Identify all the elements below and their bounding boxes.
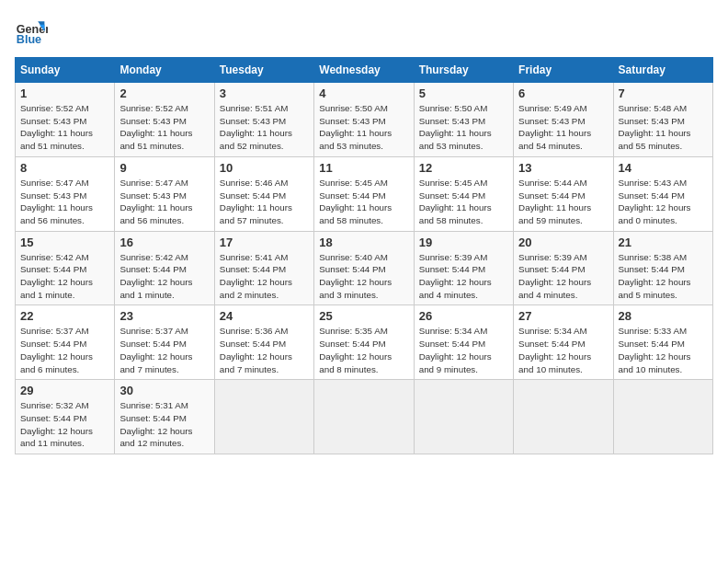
day-info: Sunrise: 5:34 AMSunset: 5:44 PMDaylight:… bbox=[419, 325, 508, 375]
day-info: Sunrise: 5:36 AMSunset: 5:44 PMDaylight:… bbox=[220, 325, 309, 375]
day-number: 17 bbox=[220, 236, 309, 249]
day-info: Sunrise: 5:31 AMSunset: 5:44 PMDaylight:… bbox=[119, 399, 209, 450]
day-info: Sunrise: 5:52 AMSunset: 5:43 PMDaylight:… bbox=[119, 102, 209, 153]
day-info: Sunrise: 5:37 AMSunset: 5:44 PMDaylight:… bbox=[119, 325, 209, 375]
weekday-header-monday: Monday bbox=[115, 58, 214, 83]
day-number: 23 bbox=[119, 309, 209, 323]
page-header: General Blue bbox=[15, 15, 713, 48]
day-info: Sunrise: 5:48 AMSunset: 5:43 PMDaylight:… bbox=[619, 102, 708, 153]
day-info: Sunrise: 5:41 AMSunset: 5:44 PMDaylight:… bbox=[220, 251, 309, 302]
calendar-day-cell: 3 Sunrise: 5:51 AMSunset: 5:43 PMDayligh… bbox=[214, 83, 313, 157]
day-info: Sunrise: 5:45 AMSunset: 5:44 PMDaylight:… bbox=[319, 177, 408, 227]
calendar-week-row: 15 Sunrise: 5:42 AMSunset: 5:44 PMDaylig… bbox=[16, 231, 713, 305]
day-info: Sunrise: 5:46 AMSunset: 5:44 PMDaylight:… bbox=[220, 177, 309, 227]
day-info: Sunrise: 5:39 AMSunset: 5:44 PMDaylight:… bbox=[419, 251, 508, 302]
logo: General Blue bbox=[15, 15, 51, 48]
calendar-week-row: 8 Sunrise: 5:47 AMSunset: 5:43 PMDayligh… bbox=[16, 156, 713, 231]
day-number: 12 bbox=[419, 161, 508, 175]
calendar-day-cell: 17 Sunrise: 5:41 AMSunset: 5:44 PMDaylig… bbox=[214, 231, 313, 305]
weekday-header-wednesday: Wednesday bbox=[314, 58, 414, 83]
day-number: 10 bbox=[220, 161, 309, 175]
day-info: Sunrise: 5:47 AMSunset: 5:43 PMDaylight:… bbox=[20, 177, 109, 227]
calendar-day-cell: 14 Sunrise: 5:43 AMSunset: 5:44 PMDaylig… bbox=[613, 156, 712, 231]
day-info: Sunrise: 5:40 AMSunset: 5:44 PMDaylight:… bbox=[319, 251, 408, 302]
weekday-header-thursday: Thursday bbox=[414, 58, 513, 83]
day-info: Sunrise: 5:51 AMSunset: 5:43 PMDaylight:… bbox=[220, 102, 309, 153]
day-info: Sunrise: 5:44 AMSunset: 5:44 PMDaylight:… bbox=[518, 177, 608, 227]
day-info: Sunrise: 5:42 AMSunset: 5:44 PMDaylight:… bbox=[20, 251, 109, 302]
calendar-day-cell: 27 Sunrise: 5:34 AMSunset: 5:44 PMDaylig… bbox=[514, 305, 613, 380]
day-number: 1 bbox=[20, 86, 109, 100]
calendar-day-cell: 4 Sunrise: 5:50 AMSunset: 5:43 PMDayligh… bbox=[314, 83, 414, 157]
day-number: 2 bbox=[119, 86, 209, 100]
calendar-table: SundayMondayTuesdayWednesdayThursdayFrid… bbox=[15, 57, 713, 454]
day-number: 25 bbox=[319, 309, 408, 323]
day-number: 14 bbox=[619, 161, 708, 175]
calendar-day-cell: 18 Sunrise: 5:40 AMSunset: 5:44 PMDaylig… bbox=[314, 231, 414, 305]
day-info: Sunrise: 5:39 AMSunset: 5:44 PMDaylight:… bbox=[518, 251, 608, 302]
calendar-day-cell: 26 Sunrise: 5:34 AMSunset: 5:44 PMDaylig… bbox=[414, 305, 513, 380]
day-number: 21 bbox=[619, 236, 708, 249]
day-number: 11 bbox=[319, 161, 408, 175]
day-number: 13 bbox=[518, 161, 608, 175]
day-number: 5 bbox=[419, 86, 508, 100]
day-number: 3 bbox=[220, 86, 309, 100]
day-number: 22 bbox=[20, 309, 109, 323]
day-info: Sunrise: 5:38 AMSunset: 5:44 PMDaylight:… bbox=[619, 251, 708, 302]
calendar-day-cell: 22 Sunrise: 5:37 AMSunset: 5:44 PMDaylig… bbox=[16, 305, 115, 380]
calendar-day-cell bbox=[613, 380, 712, 454]
calendar-day-cell: 29 Sunrise: 5:32 AMSunset: 5:44 PMDaylig… bbox=[16, 380, 115, 454]
calendar-day-cell: 1 Sunrise: 5:52 AMSunset: 5:43 PMDayligh… bbox=[16, 83, 115, 157]
day-number: 6 bbox=[518, 86, 608, 100]
day-info: Sunrise: 5:37 AMSunset: 5:44 PMDaylight:… bbox=[20, 325, 109, 375]
calendar-day-cell: 24 Sunrise: 5:36 AMSunset: 5:44 PMDaylig… bbox=[214, 305, 313, 380]
day-number: 8 bbox=[20, 161, 109, 175]
calendar-day-cell bbox=[314, 380, 414, 454]
weekday-header-friday: Friday bbox=[514, 58, 613, 83]
calendar-day-cell: 6 Sunrise: 5:49 AMSunset: 5:43 PMDayligh… bbox=[514, 83, 613, 157]
calendar-day-cell: 20 Sunrise: 5:39 AMSunset: 5:44 PMDaylig… bbox=[514, 231, 613, 305]
day-info: Sunrise: 5:49 AMSunset: 5:43 PMDaylight:… bbox=[518, 102, 608, 153]
calendar-day-cell: 15 Sunrise: 5:42 AMSunset: 5:44 PMDaylig… bbox=[16, 231, 115, 305]
day-number: 27 bbox=[518, 309, 608, 323]
weekday-header-sunday: Sunday bbox=[16, 58, 115, 83]
day-info: Sunrise: 5:35 AMSunset: 5:44 PMDaylight:… bbox=[319, 325, 408, 375]
day-number: 9 bbox=[119, 161, 209, 175]
day-info: Sunrise: 5:32 AMSunset: 5:44 PMDaylight:… bbox=[20, 399, 109, 450]
day-number: 15 bbox=[20, 236, 109, 249]
day-info: Sunrise: 5:47 AMSunset: 5:43 PMDaylight:… bbox=[119, 177, 209, 227]
weekday-header-tuesday: Tuesday bbox=[214, 58, 313, 83]
calendar-day-cell: 8 Sunrise: 5:47 AMSunset: 5:43 PMDayligh… bbox=[16, 156, 115, 231]
day-number: 18 bbox=[319, 236, 408, 249]
day-number: 28 bbox=[619, 309, 708, 323]
calendar-day-cell bbox=[414, 380, 513, 454]
calendar-header-row: SundayMondayTuesdayWednesdayThursdayFrid… bbox=[16, 58, 713, 83]
calendar-day-cell: 21 Sunrise: 5:38 AMSunset: 5:44 PMDaylig… bbox=[613, 231, 712, 305]
weekday-header-saturday: Saturday bbox=[613, 58, 712, 83]
svg-text:Blue: Blue bbox=[17, 33, 41, 46]
day-info: Sunrise: 5:52 AMSunset: 5:43 PMDaylight:… bbox=[20, 102, 109, 153]
day-number: 16 bbox=[119, 236, 209, 249]
calendar-day-cell bbox=[214, 380, 313, 454]
calendar-week-row: 1 Sunrise: 5:52 AMSunset: 5:43 PMDayligh… bbox=[16, 83, 713, 157]
calendar-day-cell: 28 Sunrise: 5:33 AMSunset: 5:44 PMDaylig… bbox=[613, 305, 712, 380]
calendar-day-cell: 7 Sunrise: 5:48 AMSunset: 5:43 PMDayligh… bbox=[613, 83, 712, 157]
calendar-day-cell: 30 Sunrise: 5:31 AMSunset: 5:44 PMDaylig… bbox=[115, 380, 214, 454]
calendar-day-cell: 25 Sunrise: 5:35 AMSunset: 5:44 PMDaylig… bbox=[314, 305, 414, 380]
calendar-day-cell: 16 Sunrise: 5:42 AMSunset: 5:44 PMDaylig… bbox=[115, 231, 214, 305]
day-number: 4 bbox=[319, 86, 408, 100]
calendar-week-row: 22 Sunrise: 5:37 AMSunset: 5:44 PMDaylig… bbox=[16, 305, 713, 380]
day-info: Sunrise: 5:43 AMSunset: 5:44 PMDaylight:… bbox=[619, 177, 708, 227]
day-number: 24 bbox=[220, 309, 309, 323]
day-number: 20 bbox=[518, 236, 608, 249]
day-number: 30 bbox=[119, 384, 209, 397]
calendar-day-cell: 19 Sunrise: 5:39 AMSunset: 5:44 PMDaylig… bbox=[414, 231, 513, 305]
day-info: Sunrise: 5:42 AMSunset: 5:44 PMDaylight:… bbox=[119, 251, 209, 302]
calendar-day-cell: 12 Sunrise: 5:45 AMSunset: 5:44 PMDaylig… bbox=[414, 156, 513, 231]
logo-icon: General Blue bbox=[15, 15, 48, 48]
day-info: Sunrise: 5:50 AMSunset: 5:43 PMDaylight:… bbox=[419, 102, 508, 153]
day-info: Sunrise: 5:50 AMSunset: 5:43 PMDaylight:… bbox=[319, 102, 408, 153]
day-number: 19 bbox=[419, 236, 508, 249]
day-number: 29 bbox=[20, 384, 109, 397]
calendar-day-cell: 9 Sunrise: 5:47 AMSunset: 5:43 PMDayligh… bbox=[115, 156, 214, 231]
